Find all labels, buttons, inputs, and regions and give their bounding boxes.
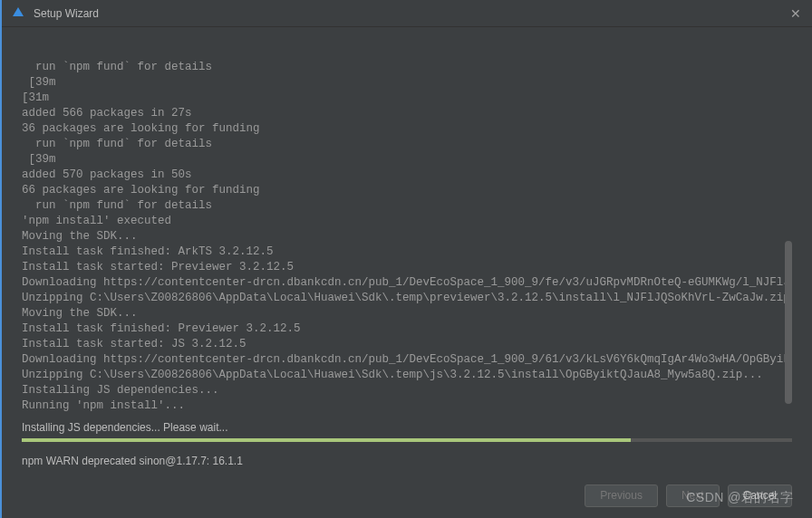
log-line: Install task started: Previewer 3.2.12.5 bbox=[22, 260, 792, 275]
log-line: run `npm fund` for details bbox=[22, 198, 792, 214]
log-line: added 570 packages in 50s bbox=[22, 168, 792, 183]
close-icon[interactable]: ✕ bbox=[790, 6, 801, 21]
log-line: Downloading https://contentcenter-drcn.d… bbox=[22, 352, 792, 368]
log-line: added 566 packages in 27s bbox=[22, 106, 792, 121]
window-title: Setup Wizard bbox=[34, 7, 99, 20]
previous-button[interactable]: Previous bbox=[585, 484, 658, 507]
log-line: Moving the SDK... bbox=[22, 306, 792, 321]
log-line: [31m bbox=[22, 91, 792, 106]
next-button[interactable]: Next bbox=[666, 484, 720, 507]
log-line: Install task finished: ArkTS 3.2.12.5 bbox=[22, 245, 792, 260]
log-line: Install task finished: Previewer 3.2.12.… bbox=[22, 321, 792, 337]
progress-fill bbox=[22, 438, 631, 442]
log-line: run `npm fund` for details bbox=[22, 60, 792, 75]
log-line: Unzipping C:\Users\Z00826806\AppData\Loc… bbox=[22, 368, 792, 383]
wizard-footer: Previous Next Cancel CSDN @君的名字 bbox=[2, 473, 812, 518]
cancel-button[interactable]: Cancel bbox=[728, 484, 792, 507]
log-line: Moving the SDK... bbox=[22, 229, 792, 245]
app-logo-icon bbox=[11, 6, 25, 21]
log-line: 36 packages are looking for funding bbox=[22, 121, 792, 137]
progress-bar bbox=[22, 438, 792, 442]
title-bar: Setup Wizard ✕ bbox=[2, 0, 812, 27]
progress-label: Installing JS dependencies... Please wai… bbox=[22, 421, 792, 434]
log-line: 66 packages are looking for funding bbox=[22, 183, 792, 198]
log-line: Running 'npm install'... bbox=[22, 398, 792, 414]
log-line: Installing JS dependencies... bbox=[22, 383, 792, 398]
log-line: Unzipping C:\Users\Z00826806\AppData\Loc… bbox=[22, 291, 792, 306]
wizard-content: run `npm fund` for details [39m[31madded… bbox=[2, 27, 812, 473]
log-line: [39m bbox=[22, 152, 792, 168]
scrollbar-thumb[interactable] bbox=[785, 241, 792, 404]
log-line: Install task started: JS 3.2.12.5 bbox=[22, 337, 792, 352]
log-line: 'npm install' executed bbox=[22, 214, 792, 229]
warning-message: npm WARN deprecated sinon@1.17.7: 16.1.1 bbox=[22, 455, 792, 467]
log-line: run `npm fund` for details bbox=[22, 137, 792, 152]
log-line: Downloading https://contentcenter-drcn.d… bbox=[22, 275, 792, 291]
log-output: run `npm fund` for details [39m[31madded… bbox=[22, 33, 792, 414]
progress-section: Installing JS dependencies... Please wai… bbox=[22, 421, 792, 442]
log-line: [39m bbox=[22, 75, 792, 91]
